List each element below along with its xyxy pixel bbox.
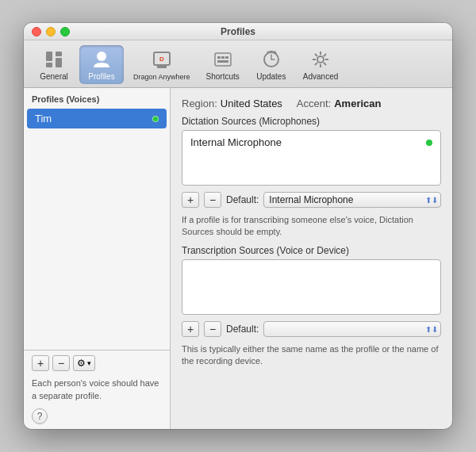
transcription-controls-row: + − Default: ⬆⬇ (182, 321, 441, 337)
maximize-button[interactable] (60, 27, 70, 36)
main-panel: Region: United States Accent: American D… (171, 88, 452, 429)
transcription-section: Transcription Sources (Voice or Device) (182, 245, 441, 315)
transcription-default-select-wrapper: ⬆⬇ (263, 321, 441, 337)
add-transcription-source-button[interactable]: + (182, 321, 199, 337)
dictation-header: Dictation Sources (Microphones) (182, 116, 441, 127)
toolbar-general-label: General (40, 72, 68, 81)
dragon-anywhere-icon: D (151, 49, 173, 71)
profiles-list: Tim (24, 109, 170, 350)
svg-rect-8 (215, 53, 231, 66)
toolbar-profiles-label: Profiles (88, 72, 114, 81)
traffic-lights (32, 27, 70, 36)
sidebar-note: Each person's voice should have a separa… (32, 377, 162, 402)
svg-rect-2 (56, 52, 62, 56)
dictation-source-active-dot (426, 140, 432, 146)
region-value: United States (221, 98, 282, 109)
add-profile-button[interactable]: + (32, 355, 49, 371)
transcription-header: Transcription Sources (Voice or Device) (182, 245, 441, 256)
dictation-note: If a profile is for transcribing someone… (182, 214, 441, 239)
gear-menu-button[interactable]: ⚙ ▾ (73, 355, 95, 371)
transcription-default-label: Default: (226, 324, 259, 335)
updates-icon (260, 48, 282, 71)
svg-line-20 (315, 54, 317, 56)
region-label: Region: (182, 98, 217, 109)
dictation-source-name: Internal Microphone (190, 136, 282, 148)
toolbar: General Profiles D Dragon Anywhere (24, 40, 452, 88)
toolbar-item-updates[interactable]: Updates (249, 45, 294, 84)
toolbar-dragon-label: Dragon Anywhere (133, 73, 190, 81)
profile-name: Tim (35, 113, 52, 124)
sidebar-footer: + − ⚙ ▾ Each person's voice should have … (24, 350, 170, 429)
toolbar-shortcuts-label: Shortcuts (206, 72, 240, 81)
dictation-source-box: Internal Microphone (182, 130, 441, 186)
remove-profile-button[interactable]: − (52, 355, 70, 371)
transcription-default-select[interactable] (263, 321, 441, 337)
toolbar-item-general[interactable]: General (32, 45, 76, 84)
advanced-icon (309, 48, 332, 71)
transcription-note: This is typically either the same name a… (182, 343, 441, 368)
sidebar-header: Profiles (Voices) (24, 94, 170, 109)
dictation-controls-row: + − Default: Internal Microphone ⬆⬇ (182, 192, 441, 208)
accent-value: American (334, 98, 381, 109)
toolbar-item-shortcuts[interactable]: Shortcuts (200, 45, 246, 84)
shortcuts-icon (212, 48, 234, 71)
accent-label: Accent: (297, 98, 331, 109)
remove-transcription-source-button[interactable]: − (204, 321, 221, 337)
svg-rect-1 (46, 63, 52, 67)
help-button[interactable]: ? (32, 408, 48, 424)
profiles-icon (90, 48, 113, 71)
svg-line-22 (324, 54, 326, 56)
dictation-section: Dictation Sources (Microphones) Internal… (182, 116, 441, 186)
sidebar: Profiles (Voices) Tim + − ⚙ (24, 88, 171, 429)
dictation-default-label: Default: (226, 194, 259, 205)
window-title: Profiles (24, 26, 452, 37)
svg-rect-9 (217, 56, 221, 59)
svg-rect-3 (56, 58, 62, 67)
svg-line-21 (324, 63, 326, 65)
main-window: Profiles General Profiles (24, 23, 452, 429)
svg-text:D: D (159, 56, 164, 63)
svg-rect-6 (157, 65, 167, 68)
transcription-source-box (182, 259, 441, 315)
toolbar-item-dragon-anywhere[interactable]: D Dragon Anywhere (127, 46, 197, 84)
svg-rect-12 (217, 60, 228, 63)
svg-point-15 (317, 56, 324, 63)
titlebar: Profiles (24, 23, 452, 40)
svg-rect-10 (221, 56, 225, 59)
dictation-default-select-wrapper: Internal Microphone ⬆⬇ (263, 192, 441, 208)
toolbar-item-profiles[interactable]: Profiles (79, 45, 124, 84)
svg-rect-11 (225, 56, 228, 59)
dictation-default-select[interactable]: Internal Microphone (263, 192, 441, 208)
svg-point-4 (97, 52, 106, 61)
remove-dictation-source-button[interactable]: − (204, 192, 221, 208)
toolbar-updates-label: Updates (256, 72, 286, 81)
toolbar-advanced-label: Advanced (303, 72, 338, 81)
general-icon (43, 48, 65, 71)
dictation-source-item[interactable]: Internal Microphone (187, 134, 436, 151)
toolbar-item-advanced[interactable]: Advanced (297, 45, 344, 84)
profile-active-dot (152, 116, 159, 122)
svg-rect-0 (46, 52, 52, 61)
sidebar-action-buttons: + − ⚙ ▾ (32, 355, 162, 371)
close-button[interactable] (32, 27, 41, 36)
region-accent-row: Region: United States Accent: American (182, 98, 441, 109)
profile-item-tim[interactable]: Tim (27, 109, 167, 128)
minimize-button[interactable] (46, 27, 56, 36)
svg-line-23 (315, 63, 317, 65)
content-area: Profiles (Voices) Tim + − ⚙ (24, 88, 452, 429)
add-dictation-source-button[interactable]: + (182, 192, 199, 208)
